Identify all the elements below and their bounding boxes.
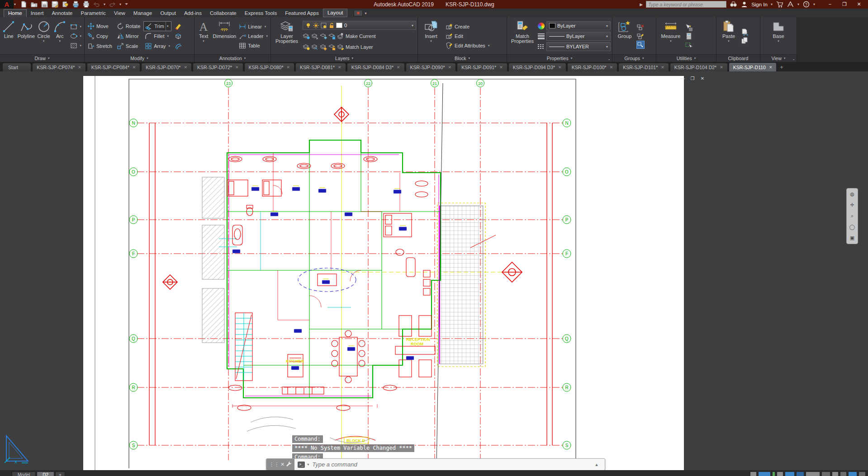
quick-calc-icon[interactable] [685, 33, 693, 40]
text-button[interactable]: A Text ▾ [196, 18, 211, 54]
paste-button[interactable]: Paste ▾ [718, 18, 740, 54]
file-tab[interactable]: KSR-SJP-CP074*✕ [32, 63, 86, 71]
cut-icon[interactable] [741, 28, 748, 36]
ortho-toggle-icon[interactable] [777, 472, 783, 476]
scale-button[interactable]: Scale [115, 41, 142, 51]
tab-express-tools[interactable]: Express Tools [241, 9, 281, 17]
array-button[interactable]: Array▾ [143, 41, 171, 51]
panel-label-clipboard[interactable]: Clipboard [716, 54, 760, 62]
close-tab-icon[interactable]: ✕ [235, 65, 239, 70]
search-binoculars-icon[interactable] [730, 1, 737, 8]
file-tab[interactable]: KSR-SJP-D101*✕ [618, 63, 669, 71]
match-properties-button[interactable]: Match Properties [508, 18, 536, 54]
doc-restore-icon[interactable]: ❐ [690, 76, 695, 81]
printer-icon[interactable] [83, 1, 90, 8]
tab-annotate[interactable]: Annotate [47, 9, 76, 17]
base-button[interactable]: Base ▾ [767, 18, 790, 54]
close-tab-icon[interactable]: ✕ [448, 65, 452, 70]
doc-close-icon[interactable]: ✕ [700, 76, 705, 81]
panel-label-draw[interactable]: Draw▾ [0, 54, 84, 62]
ribbon-display-caret-icon[interactable]: ▾ [365, 11, 366, 15]
undo-caret-icon[interactable]: ▾ [104, 2, 105, 6]
base-caret-icon[interactable]: ▾ [778, 39, 779, 43]
file-tab[interactable]: KSR-SJP-D084 D3*✕ [347, 63, 405, 71]
layer-unlock-all-icon[interactable] [328, 43, 336, 51]
circle-button[interactable]: Circle ▾ [36, 18, 51, 54]
maximize-button[interactable]: ❐ [837, 1, 852, 7]
panel-label-modify[interactable]: Modify▾ [85, 54, 194, 62]
file-tab[interactable]: KSR-SJP-D094 D3*✕ [508, 63, 566, 71]
workspace-icon[interactable] [62, 1, 69, 8]
tab-featured-apps[interactable]: Featured Apps [281, 9, 323, 17]
tab-add-ins[interactable]: Add-ins [180, 9, 206, 17]
layer-on-all-icon[interactable] [303, 43, 310, 51]
measure-button[interactable]: Measure ▾ [658, 18, 684, 54]
linear-button[interactable]: Linear▾ [237, 23, 269, 31]
close-tab-icon[interactable]: ✕ [499, 65, 503, 70]
close-tab-icon[interactable]: ✕ [769, 65, 773, 70]
app-menu-caret-icon[interactable]: ▾ [14, 2, 16, 6]
panel-label-annotation[interactable]: Annotation▾ [194, 54, 270, 62]
showmotion-icon[interactable]: ▣ [850, 235, 854, 241]
annotation-scale-icon[interactable] [840, 472, 846, 476]
group-edit-icon[interactable] [637, 33, 644, 40]
view-dialog-launcher-icon[interactable]: ⌄ [792, 57, 795, 61]
tab-parametric[interactable]: Parametric [77, 9, 110, 17]
file-tab[interactable]: KSR-SJP-CP084*✕ [87, 63, 141, 71]
polar-toggle-icon[interactable] [785, 472, 794, 476]
workspace-toggle-icon[interactable] [849, 472, 857, 476]
insert-button[interactable]: Insert ▾ [419, 18, 443, 54]
move-button[interactable]: Move [86, 21, 114, 31]
close-tab-icon[interactable]: ✕ [558, 65, 562, 70]
command-close-icon[interactable]: ✕ [280, 462, 285, 467]
tab-manage[interactable]: Manage [129, 9, 157, 17]
redo-caret-icon[interactable]: ▾ [119, 2, 121, 6]
layer-isolate-icon[interactable] [311, 33, 318, 40]
close-tab-icon[interactable]: ✕ [720, 65, 723, 70]
arc-caret-icon[interactable]: ▾ [59, 39, 61, 43]
save-icon[interactable] [41, 1, 48, 8]
insert-caret-icon[interactable]: ▾ [430, 39, 432, 43]
file-tab-active[interactable]: KSR-SJP-D110✕ [729, 62, 777, 71]
text-caret-icon[interactable]: ▾ [203, 39, 204, 43]
doc-minimize-icon[interactable]: — [680, 76, 685, 81]
customize-wrench-icon[interactable] [286, 461, 292, 468]
ribbon-display-icon[interactable] [354, 10, 363, 16]
edit-block-button[interactable]: Edit [444, 32, 491, 40]
panel-label-properties[interactable]: Properties▾⌄ [507, 54, 612, 62]
polyline-button[interactable]: Polyline [18, 18, 35, 54]
file-tab[interactable]: KSR-SJP-D091*✕ [457, 63, 508, 71]
edit-attributes-button[interactable]: Edit Attributes▾ [444, 42, 491, 50]
layer-off-icon[interactable] [303, 33, 310, 40]
autodesk-caret-icon[interactable]: ▾ [797, 2, 799, 6]
save-as-icon[interactable] [52, 1, 58, 8]
lineweight-toggle-icon[interactable] [806, 472, 820, 476]
rectangle-button[interactable]: ▾ [69, 23, 83, 31]
trim-button[interactable]: Trim ▾ [143, 21, 171, 31]
command-input[interactable] [311, 461, 589, 468]
tab-layout[interactable]: Layout [323, 9, 348, 17]
quick-select-icon[interactable] [685, 24, 693, 31]
circle-caret-icon[interactable]: ▾ [43, 39, 45, 43]
transparency-toggle-icon[interactable] [822, 472, 830, 476]
close-tab-icon[interactable]: ✕ [133, 65, 136, 70]
close-tab-icon[interactable]: ✕ [78, 65, 81, 70]
close-tab-icon[interactable]: ✕ [184, 65, 187, 70]
layer-select-caret-icon[interactable]: ▾ [412, 24, 413, 28]
full-navigation-wheel-icon[interactable]: ◍ [850, 191, 854, 197]
zoom-extents-icon[interactable]: ⌕ [851, 213, 854, 219]
copy-button[interactable]: Copy [86, 31, 114, 41]
help-search-input[interactable] [646, 1, 726, 8]
table-button[interactable]: Table [237, 42, 269, 50]
explode-button[interactable] [173, 31, 183, 41]
arc-button[interactable]: Arc ▾ [52, 18, 67, 54]
file-tab[interactable]: KSR-SJP-D090*✕ [406, 63, 456, 71]
orbit-icon[interactable]: ◯ [849, 224, 855, 230]
sign-in-caret-icon[interactable]: ▾ [771, 2, 773, 6]
pan-icon[interactable]: ✛ [850, 202, 854, 208]
plot-icon[interactable] [72, 1, 79, 8]
command-history-expand-icon[interactable]: ▲ [592, 462, 602, 467]
qat-customize-icon[interactable]: ⏷ [125, 2, 128, 7]
linear-caret-icon[interactable]: ▾ [265, 25, 266, 28]
file-tab[interactable]: KSR-SJP-D070*✕ [141, 63, 192, 71]
